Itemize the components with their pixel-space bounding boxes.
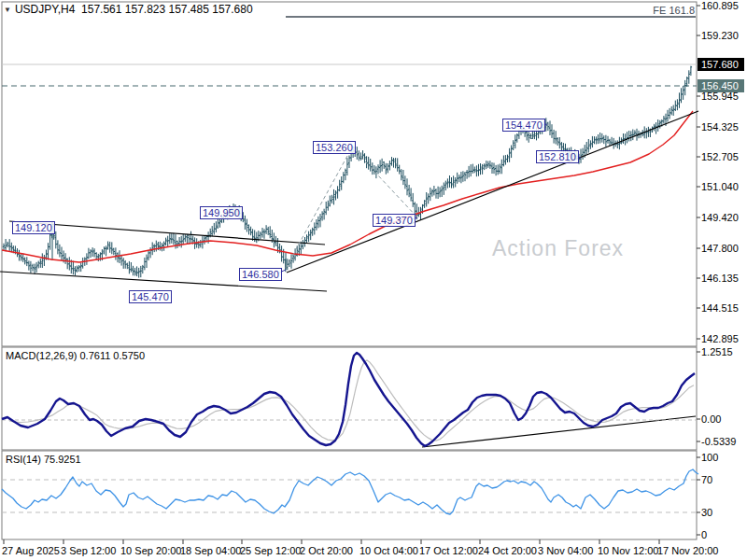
rsi-line [2, 469, 698, 514]
swing-label[interactable]: 154.470 [502, 119, 545, 132]
price-tick-label: 142.895 [701, 333, 739, 344]
panel-border [2, 347, 697, 450]
price-tick-label: 152.705 [701, 151, 739, 162]
swing-label[interactable]: 149.120 [12, 221, 55, 234]
swing-label[interactable]: 153.260 [313, 141, 356, 154]
price-tick-label: 151.040 [701, 181, 739, 192]
symbol-dropdown-icon[interactable]: ▼ [4, 6, 11, 14]
time-label: 2 Oct 20:00 [300, 545, 353, 556]
swing-label[interactable]: 145.470 [129, 290, 172, 303]
price-tick-label: 147.800 [701, 243, 739, 254]
time-label: 10 Oct 04:00 [359, 545, 418, 556]
panel-border [2, 2, 697, 346]
price-badge: 157.680 [698, 58, 744, 71]
time-label: 17 Oct 12:00 [419, 545, 478, 556]
macd-trendline[interactable] [422, 416, 696, 447]
time-label: 10 Nov 12:00 [598, 545, 658, 556]
time-label: 3 Sep 12:00 [61, 545, 116, 556]
time-label: 10 Sep 20:00 [120, 545, 181, 556]
rsi-tick-label: 100 [701, 452, 718, 463]
swing-label[interactable]: 149.370 [373, 214, 416, 227]
macd-indicator-label: MACD(12,26,9) 0.7611 0.5750 [6, 350, 145, 361]
watermark: Action Forex [492, 236, 624, 261]
trading-chart-window: ▼USDJPY,H4 157.561 157.823 157.485 157.6… [0, 0, 747, 560]
swing-label[interactable]: 152.810 [536, 150, 579, 163]
macd-tick-label: 1.2515 [701, 346, 733, 357]
price-tick-label: 154.325 [701, 121, 739, 133]
macd-tick-label: -0.5339 [701, 436, 736, 447]
rsi-tick-label: 0 [701, 529, 707, 540]
rsi-tick-label: 70 [701, 474, 712, 485]
macd-main-line [2, 353, 695, 446]
time-label: 24 Oct 20:00 [478, 545, 537, 556]
time-label: 3 Nov 04:00 [538, 545, 593, 556]
fibonacci-extension-label[interactable]: FE 161.8 [616, 5, 695, 16]
time-label: 27 Aug 2025 [2, 545, 60, 556]
price-tick-label: 149.420 [701, 212, 739, 223]
price-tick-label: 160.895 [701, 0, 739, 11]
panel-border [2, 451, 697, 539]
price-tick-label: 146.135 [701, 273, 739, 284]
ohlc-values: 157.561 157.823 157.485 157.680 [81, 3, 253, 16]
chart-canvas[interactable] [0, 0, 747, 560]
rsi-indicator-label: RSI(14) 75.9251 [6, 454, 81, 465]
macd-tick-label: 0.00 [701, 413, 721, 425]
rsi-tick-label: 30 [701, 507, 712, 518]
time-label: 18 Sep 04:00 [180, 545, 241, 556]
price-tick-label: 144.515 [701, 302, 739, 314]
swing-label[interactable]: 146.580 [239, 268, 282, 281]
time-label: 17 Nov 20:00 [657, 545, 718, 556]
price-badge: 156.450 [698, 79, 744, 92]
swing-label[interactable]: 149.950 [200, 206, 243, 219]
chart-title: ▼USDJPY,H4 157.561 157.823 157.485 157.6… [4, 3, 253, 16]
symbol-label: USDJPY,H4 [15, 3, 75, 16]
price-tick-label: 159.230 [701, 30, 739, 41]
time-label: 25 Sep 12:00 [240, 545, 301, 556]
